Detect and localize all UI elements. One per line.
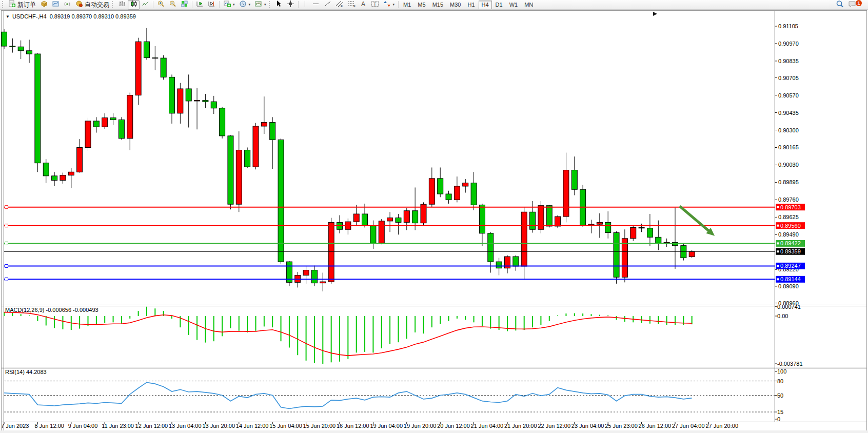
window-bottom-edge xyxy=(0,430,868,433)
macd-pane[interactable] xyxy=(4,306,775,367)
time-axis[interactable] xyxy=(4,422,775,430)
price-axis[interactable] xyxy=(775,11,868,422)
rsi-pane[interactable] xyxy=(4,368,775,422)
price-pane[interactable] xyxy=(4,11,775,305)
